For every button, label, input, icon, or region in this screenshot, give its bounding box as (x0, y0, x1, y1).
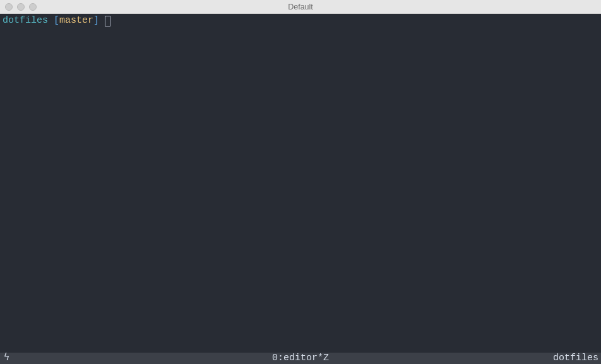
status-window-list[interactable]: 0:editor*Z (272, 353, 329, 364)
tmux-statusbar: ϟ 0:editor*Z dotfiles (0, 353, 601, 364)
prompt-bracket-open: [ (54, 15, 59, 26)
window-titlebar: Default (0, 0, 601, 14)
terminal[interactable]: dotfiles [master] ϟ 0:editor*Z dotfiles (0, 14, 601, 364)
status-session-name: dotfiles (553, 353, 601, 364)
prompt-line: dotfiles [master] (0, 14, 601, 28)
prompt-space (48, 15, 54, 26)
maximize-window-button[interactable] (29, 3, 37, 11)
close-window-button[interactable] (5, 3, 13, 11)
status-left-icon: ϟ (0, 353, 9, 364)
traffic-lights (0, 3, 37, 11)
prompt-directory: dotfiles (3, 15, 48, 26)
terminal-body[interactable] (0, 28, 601, 353)
window-title: Default (288, 3, 313, 11)
terminal-cursor (105, 16, 110, 26)
prompt-bracket-close: ] (93, 15, 99, 26)
minimize-window-button[interactable] (17, 3, 25, 11)
prompt-branch: master (59, 15, 93, 26)
